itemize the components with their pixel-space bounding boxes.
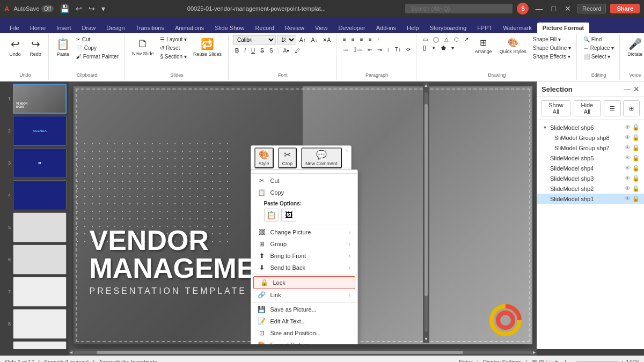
tab-view[interactable]: View — [310, 23, 333, 33]
shape-more[interactable]: ▾ — [449, 44, 456, 52]
visibility-icon-2[interactable]: 👁 — [625, 134, 631, 141]
style-button[interactable]: 🎨 Style — [254, 147, 274, 168]
display-settings-button[interactable]: Display Settings — [483, 359, 522, 362]
paste-option-1[interactable]: 📋 — [264, 209, 279, 221]
tab-picture-format[interactable]: Picture Format — [537, 23, 590, 33]
slide-thumb-3[interactable]: 3 01 — [2, 148, 67, 178]
layer-shp4[interactable]: SlideModel shp4 👁 🔒 — [537, 163, 644, 173]
ctx-format-picture[interactable]: 🎨 Format Picture... — [251, 339, 357, 344]
text-direction-button[interactable]: T↕ — [393, 46, 403, 54]
lock-layer-icon-5[interactable]: 🔒 — [632, 165, 640, 172]
visibility-icon-1[interactable]: 👁 — [625, 124, 631, 131]
shape-outline-button[interactable]: Shape Outline ▾ — [531, 44, 573, 52]
panel-close-button[interactable]: ✕ — [633, 85, 640, 93]
select-button[interactable]: ⬜ Select ▾ — [581, 53, 616, 61]
canvas-vscroll[interactable]: ▲ ▼ — [423, 82, 429, 343]
visibility-icon-7[interactable]: 👁 — [625, 185, 631, 192]
vscroll-thumb[interactable] — [425, 104, 428, 296]
minimize-icon[interactable]: — — [533, 3, 545, 14]
tab-watermark[interactable]: Watermark — [497, 23, 537, 33]
decrease-indent-button[interactable]: ⇤ — [365, 46, 374, 54]
shape-4[interactable]: ⬡ — [452, 35, 461, 43]
redo-button[interactable]: ↪ Redo — [26, 35, 45, 59]
ctx-copy[interactable]: 📋 Copy — [251, 187, 357, 198]
bullets-button[interactable]: ≔ — [341, 46, 350, 54]
align-center-button[interactable]: ≡ — [349, 35, 357, 43]
shape-fill-button[interactable]: Shape Fill ▾ — [531, 35, 573, 43]
slide-preview-8[interactable] — [13, 309, 67, 339]
slide-thumb-1[interactable]: 1 VENDORMGMT — [2, 84, 67, 114]
search-input[interactable] — [405, 4, 513, 13]
reset-button[interactable]: ↺ Reset — [158, 44, 189, 52]
list-view-button[interactable]: ☰ — [604, 100, 621, 116]
tab-storyboarding[interactable]: Storyboarding — [425, 23, 472, 33]
record-button[interactable]: Record — [577, 4, 606, 13]
visibility-icon-4[interactable]: 👁 — [625, 154, 631, 161]
tab-animations[interactable]: Animations — [170, 23, 209, 33]
convert-smartart-button[interactable]: ⟳ — [404, 46, 413, 54]
slide-thumb-4[interactable]: 4 — [2, 180, 67, 210]
slide-preview-5[interactable] — [13, 212, 67, 242]
layer-shp3[interactable]: SlideModel shp3 👁 🔒 — [537, 173, 644, 183]
slideshow-button[interactable]: ▶ — [555, 359, 560, 363]
lock-layer-icon-8[interactable]: 🔒 — [632, 195, 640, 202]
ctx-link[interactable]: 🔗 Link › — [251, 289, 357, 301]
shape-7[interactable]: ✦ — [429, 44, 438, 52]
decrease-font-button[interactable]: A↓ — [309, 36, 320, 44]
layer-shp1[interactable]: SlideModel shp1 👁 🔒 — [537, 194, 644, 204]
paste-button[interactable]: 📋 Paste — [53, 35, 73, 59]
align-right-button[interactable]: ≡ — [358, 35, 365, 43]
slide-preview-9[interactable] — [13, 341, 67, 349]
slide-thumb-5[interactable]: 5 — [2, 212, 67, 242]
tab-record[interactable]: Record — [250, 23, 279, 33]
layer-group-shp7[interactable]: SliModel Group shp7 👁 🔒 — [537, 143, 644, 153]
ctx-bring-to-front[interactable]: ⬆ Bring to Front › — [251, 250, 357, 262]
slide-thumb-6[interactable]: 6 — [2, 245, 67, 275]
align-left-button[interactable]: ≡ — [341, 35, 348, 43]
shape-2[interactable]: ◯ — [431, 35, 441, 43]
notes-button[interactable]: Notes — [459, 359, 473, 362]
lock-layer-icon-6[interactable]: 🔒 — [632, 175, 640, 182]
tab-draw[interactable]: Draw — [77, 23, 101, 33]
visibility-icon-5[interactable]: 👁 — [625, 165, 631, 172]
line-spacing-button[interactable]: ↕ — [385, 46, 392, 54]
numbering-button[interactable]: 1≔ — [352, 46, 364, 54]
undo-button[interactable]: ↩ Undo — [5, 35, 25, 59]
dictate-button[interactable]: 🎤 Dictate — [624, 35, 644, 59]
slide-preview-7[interactable] — [13, 277, 67, 307]
tab-help[interactable]: Help — [401, 23, 425, 33]
ctx-edit-alt-text[interactable]: 📝 Edit Alt Text... — [251, 315, 357, 327]
vscroll-down-arrow[interactable]: ▼ — [423, 335, 430, 343]
arrange-button[interactable]: ⊞ Arrange — [472, 35, 495, 56]
visibility-icon-8[interactable]: 👁 — [625, 195, 631, 202]
lock-layer-icon-7[interactable]: 🔒 — [632, 185, 640, 192]
slide-preview-4[interactable] — [13, 180, 67, 210]
tab-file[interactable]: File — [4, 23, 25, 33]
new-slide-button[interactable]: 🗋 New Slide — [129, 35, 157, 58]
vscroll-up-arrow[interactable]: ▲ — [423, 82, 430, 89]
quick-styles-button[interactable]: 🎨 Quick Styles — [496, 35, 530, 56]
ctx-cut[interactable]: ✂ Cut — [251, 175, 357, 187]
crop-button[interactable]: ✂ Crop — [278, 147, 297, 168]
section-button[interactable]: § Section ▾ — [158, 53, 189, 61]
tab-home[interactable]: Home — [25, 23, 51, 33]
highlight-button[interactable]: 🖊 — [292, 47, 302, 55]
reuse-slides-button[interactable]: 🔁 Reuse Slides — [190, 35, 225, 59]
shape-5[interactable]: ↗ — [462, 35, 471, 43]
ctx-group[interactable]: ⊞ Group › — [251, 238, 357, 250]
strikethrough-button[interactable]: S — [258, 47, 266, 55]
increase-indent-button[interactable]: ⇥ — [375, 46, 384, 54]
layer-shp2[interactable]: SlideModel shp2 👁 🔒 — [537, 183, 644, 194]
layout-button[interactable]: ☰ Layout ▾ — [158, 35, 189, 43]
find-button[interactable]: 🔍 Find — [581, 35, 616, 43]
tab-transitions[interactable]: Transitions — [130, 23, 170, 33]
lock-layer-icon-2[interactable]: 🔒 — [632, 134, 640, 141]
tab-review[interactable]: Review — [280, 23, 310, 33]
hide-all-button[interactable]: Hide All — [574, 100, 601, 116]
visibility-icon-6[interactable]: 👁 — [625, 175, 631, 182]
font-color-button[interactable]: A▾ — [281, 47, 292, 55]
slide-thumb-8[interactable]: 8 — [2, 309, 67, 339]
slide-preview-2[interactable]: AGENDA — [13, 116, 67, 146]
bold-button[interactable]: B — [233, 47, 241, 55]
tab-fppt[interactable]: FPPT — [472, 23, 497, 33]
